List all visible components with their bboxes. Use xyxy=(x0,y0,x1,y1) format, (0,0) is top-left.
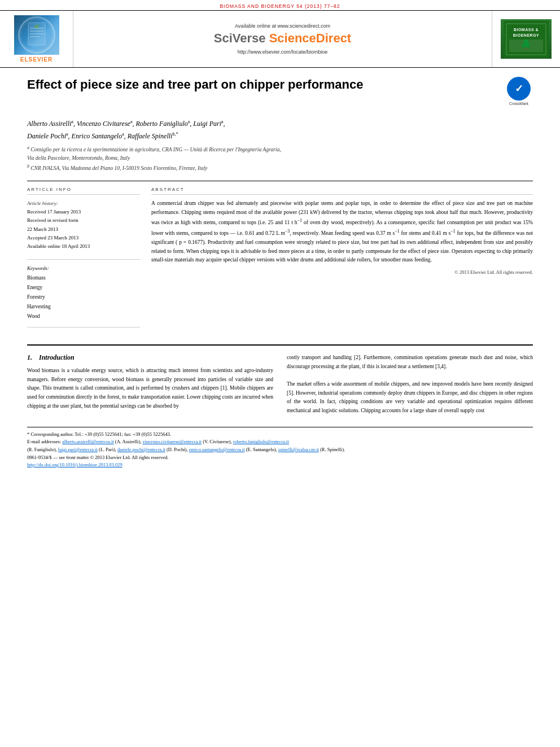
email-spinelli[interactable]: spinelli@ivalsa.cnr.it xyxy=(278,447,319,452)
corresponding-note: * Corresponding author. Tel.: +39 (0)55 … xyxy=(27,431,533,439)
keyword-energy: Energy xyxy=(27,283,140,292)
divider-1 xyxy=(27,259,140,260)
affiliation-a-address: Via della Pascolare, Monterotondo, Roma,… xyxy=(27,154,533,163)
doi-url[interactable]: http://dx.doi.org/10.1016/j.biombioe.201… xyxy=(27,461,533,469)
divider-2 xyxy=(27,327,140,327)
keywords-section: Keywords: Biomass Energy Forestry Harves… xyxy=(27,265,140,321)
keywords-label-text: Keywords: xyxy=(27,265,49,271)
crossmark-icon: ✓ xyxy=(507,77,531,101)
footer-notes: * Corresponding author. Tel.: +39 (0)55 … xyxy=(27,427,533,469)
revised-label: Received in revised form xyxy=(27,216,140,225)
keyword-wood: Wood xyxy=(27,312,140,321)
svg-text:🌲: 🌲 xyxy=(520,38,532,49)
journal-logo-area: BIOMASS & BIOENERGY 🌲 xyxy=(492,11,560,67)
affiliation-a: a Consiglio per la ricerca e la sperimen… xyxy=(27,145,533,154)
journal-logo-box: BIOMASS & BIOENERGY 🌲 xyxy=(501,19,552,59)
copyright-line: © 2013 Elsevier Ltd. All rights reserved… xyxy=(151,269,533,275)
header-main: 🌿 ELSEVIER Available online at www.scien… xyxy=(0,10,560,67)
body-section: 1. Introduction Wood biomass is a valuab… xyxy=(27,344,533,416)
email-pari[interactable]: luigi.pari@entecra.it xyxy=(58,447,98,452)
keyword-biomass: Biomass xyxy=(27,273,140,283)
sciencedirect-logo: SciVerse ScienceDirect xyxy=(214,31,351,46)
sciverse-text: SciVerse xyxy=(214,31,266,45)
and-text: and xyxy=(323,355,331,360)
svg-text:🌿: 🌿 xyxy=(34,24,40,29)
available-online: Available online at www.sciencedirect.co… xyxy=(235,23,330,29)
elsevier-logo-area: 🌿 ELSEVIER xyxy=(0,11,73,67)
elsevier-logo: 🌿 ELSEVIER xyxy=(14,15,59,63)
author-5: Daniele Pochi xyxy=(27,132,66,140)
left-col: ARTICLE INFO Article history: Received 1… xyxy=(27,187,140,333)
email-line: E-mail addresses: alberto.assirelli@ente… xyxy=(27,438,533,453)
svg-rect-2 xyxy=(28,23,45,45)
issn-line: 0961-9534/$ — see front matter © 2013 El… xyxy=(27,454,533,462)
abstract-text: A commercial drum chipper was fed altern… xyxy=(151,199,533,265)
article-title: Effect of piece size and tree part on ch… xyxy=(27,77,493,93)
journal-title-top: BIOMASS AND BIOENERGY 54 (2013) 77–82 xyxy=(220,3,340,9)
svg-text:BIOENERGY: BIOENERGY xyxy=(513,33,540,37)
article-title-section: Effect of piece size and tree part on ch… xyxy=(27,77,533,111)
email-assirelli[interactable]: alberto.assirelli@entecra.it xyxy=(62,439,113,444)
email-pochi[interactable]: daniele.pochi@entecra.it xyxy=(117,447,165,452)
author-7: Raffaele Spinelli xyxy=(128,132,173,140)
section1-title: 1. Introduction xyxy=(27,353,273,362)
content-area: Effect of piece size and tree part on ch… xyxy=(0,68,560,478)
body-two-col: 1. Introduction Wood biomass is a valuab… xyxy=(27,353,533,416)
email-santangelo[interactable]: enrico.santangelo@entecra.it xyxy=(189,447,245,452)
email-civitarese[interactable]: vincenzo.civitarese@entecra.it xyxy=(142,439,202,444)
sciencedirect-text: ScienceDirect xyxy=(269,31,352,45)
keyword-harvesting: Harvesting xyxy=(27,302,140,312)
online-date: Available online 18 April 2013 xyxy=(27,242,140,251)
body-left-text: Wood biomass is a valuable energy source… xyxy=(27,366,273,410)
elsevier-text: ELSEVIER xyxy=(20,56,53,63)
body-left-col: 1. Introduction Wood biomass is a valuab… xyxy=(27,353,273,416)
elsevier-logo-image: 🌿 xyxy=(14,15,59,55)
doi-link[interactable]: http://dx.doi.org/10.1016/j.biombioe.201… xyxy=(27,462,123,468)
author-6: Enrico Santangelo xyxy=(72,132,123,140)
journal-header-top: BIOMASS AND BIOENERGY 54 (2013) 77–82 xyxy=(0,2,560,10)
section1-number: 1. xyxy=(27,353,32,361)
journal-header: BIOMASS AND BIOENERGY 54 (2013) 77–82 🌿 xyxy=(0,0,560,68)
body-right-text: costly transport and handling [2]. Furth… xyxy=(287,353,533,416)
crossmark-label: CrossMark xyxy=(509,102,528,106)
authors-section: Alberto Assirellia, Vincenzo Civitaresea… xyxy=(27,119,533,173)
history-label: Article history: xyxy=(27,199,140,208)
accepted-date: Accepted 23 March 2013 xyxy=(27,234,140,242)
received-date: Received 17 January 2013 xyxy=(27,208,140,216)
abstract-heading: ABSTRACT xyxy=(151,187,533,195)
elsevier-url[interactable]: http://www.elsevier.com/locate/biombioe xyxy=(238,49,328,55)
crossmark-badge: ✓ CrossMark xyxy=(505,77,533,105)
two-col-section: ARTICLE INFO Article history: Received 1… xyxy=(27,181,533,333)
revised-date: 22 March 2013 xyxy=(27,225,140,234)
authors-line: Alberto Assirellia, Vincenzo Civitaresea… xyxy=(27,119,533,129)
svg-text:BIOMASS &: BIOMASS & xyxy=(514,28,539,32)
email-fanigliulo[interactable]: roberto.fanigliulo@entecra.it xyxy=(233,439,289,444)
author-4: Luigi Pari xyxy=(193,120,221,128)
center-header: Available online at www.sciencedirect.co… xyxy=(73,11,492,67)
authors-line-2: Daniele Pochia, Enrico Santangeloa, Raff… xyxy=(27,131,533,141)
section1-heading: Introduction xyxy=(39,353,75,361)
author-3: Roberto Fanigliulo xyxy=(135,120,187,128)
affiliations: a Consiglio per la ricerca e la sperimen… xyxy=(27,145,533,173)
article-info-heading: ARTICLE INFO xyxy=(27,187,140,195)
svg-point-0 xyxy=(21,19,53,51)
keyword-forestry: Forestry xyxy=(27,292,140,302)
right-col: ABSTRACT A commercial drum chipper was f… xyxy=(151,187,533,333)
keywords-label: Keywords: xyxy=(27,265,140,271)
author-2: Vincenzo Civitarese xyxy=(77,120,130,128)
page: BIOMASS AND BIOENERGY 54 (2013) 77–82 🌿 xyxy=(0,0,560,747)
affiliation-b: b CNR IVALSA, Via Madonna del Piano 10, … xyxy=(27,163,533,173)
article-info-table: Article history: Received 17 January 201… xyxy=(27,199,140,251)
author-1: Alberto Assirelli xyxy=(27,120,71,128)
body-right-col: costly transport and handling [2]. Furth… xyxy=(287,353,533,416)
